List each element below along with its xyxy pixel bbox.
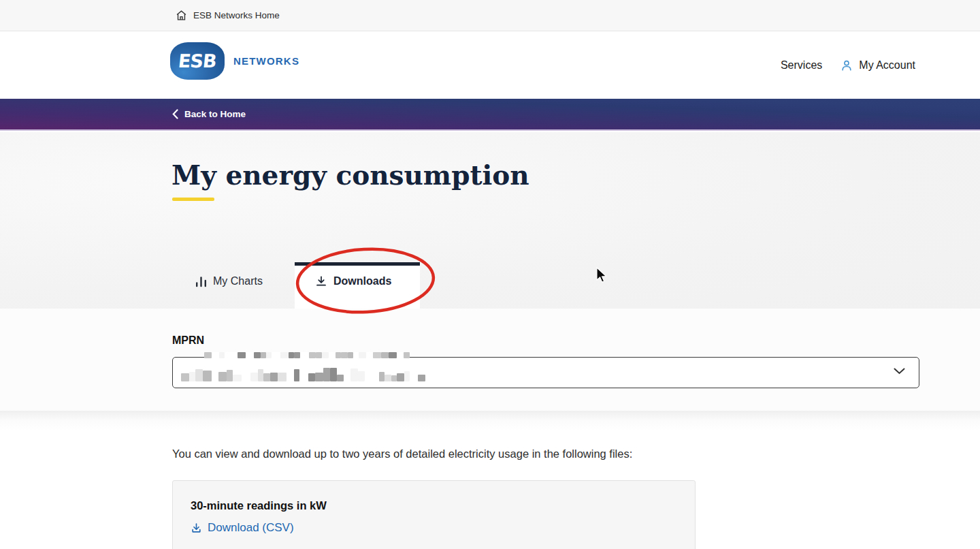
mprn-section: MPRN [0, 309, 980, 411]
services-label: Services [781, 59, 822, 72]
my-account-label: My Account [859, 59, 915, 72]
esb-home-label: ESB Networks Home [193, 10, 280, 20]
esb-networks-logo[interactable]: ESB NETWORKS [170, 42, 299, 80]
tab-downloads-active-panel[interactable] [295, 262, 420, 314]
mprn-redacted-artifact [204, 352, 423, 358]
home-icon [176, 10, 187, 21]
mprn-selected-value-redacted [181, 365, 438, 381]
bar-chart-icon [195, 276, 207, 287]
site-header: ESB NETWORKS Services My Account [0, 32, 980, 99]
brand-text: NETWORKS [233, 55, 299, 67]
page: ESB Networks Home ESB NETWORKS Services … [0, 0, 980, 549]
download-csv-label: Download (CSV) [208, 521, 294, 535]
download-icon [315, 275, 327, 287]
esb-logo-icon: ESB [170, 42, 225, 80]
downloads-intro-text: You can view and download up to two year… [172, 448, 632, 460]
header-nav: Services My Account [781, 32, 915, 99]
person-icon [840, 59, 853, 72]
my-account-link[interactable]: My Account [840, 59, 915, 72]
tab-downloads[interactable]: Downloads [315, 275, 391, 287]
tab-bar: My Charts Downloads [0, 132, 980, 309]
mprn-label: MPRN [172, 334, 204, 347]
chevron-down-icon [894, 368, 905, 375]
hero-section: My energy consumption My Charts Download… [0, 132, 980, 309]
tab-my-charts-label: My Charts [213, 275, 263, 287]
chevron-left-icon [172, 109, 178, 119]
download-csv-link[interactable]: Download (CSV) [191, 521, 294, 535]
download-icon [191, 522, 202, 534]
utility-bar: ESB Networks Home [0, 0, 980, 31]
tab-my-charts[interactable]: My Charts [195, 275, 263, 287]
mprn-select[interactable] [172, 357, 919, 388]
esb-home-link[interactable]: ESB Networks Home [176, 10, 280, 21]
download-file-card: 30-minute readings in kW Download (CSV) [172, 480, 696, 549]
back-to-home-link[interactable]: Back to Home [172, 109, 246, 119]
services-link[interactable]: Services [781, 59, 822, 72]
esb-logo-text: ESB [178, 50, 218, 72]
back-to-home-label: Back to Home [184, 109, 246, 119]
file-card-title: 30-minute readings in kW [191, 499, 327, 512]
back-bar: Back to Home [0, 99, 980, 131]
downloads-content-section: You can view and download up to two year… [0, 411, 980, 549]
tab-downloads-label: Downloads [333, 275, 391, 287]
